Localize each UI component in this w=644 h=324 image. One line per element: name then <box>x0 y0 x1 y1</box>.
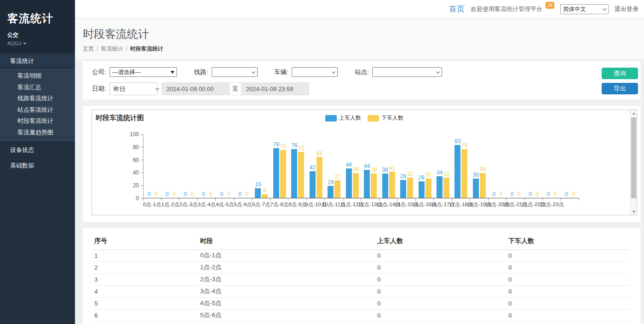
bar <box>454 145 460 198</box>
bar-value-label: 0 <box>511 191 514 197</box>
bar-value-label: 0 <box>220 191 224 197</box>
bar-value-label: 46 <box>346 162 352 168</box>
language-select[interactable]: 简体中文 <box>560 4 609 14</box>
logout-link[interactable]: 退出登录 <box>615 5 638 13</box>
bar-group: 00 <box>180 134 198 198</box>
date-end-input[interactable] <box>241 82 309 95</box>
plot-area: 0000000000001567875767242641927463944383… <box>143 134 579 198</box>
bar <box>255 188 261 198</box>
table-header-row: 序号时段上车人数下车人数 <box>94 233 629 249</box>
home-link[interactable]: 首页 <box>449 4 465 14</box>
scroll-down-icon[interactable] <box>631 208 637 215</box>
vehicle-select[interactable] <box>292 67 338 77</box>
sidebar-subitem-5[interactable]: 时段客流统计 <box>0 116 75 127</box>
y-tick-label: 20 <box>133 182 143 189</box>
y-tick-label: 80 <box>133 144 143 150</box>
sidebar: 客流统计 公交 AQGJ 客流统计 客流明细客流汇总线路客流统计站点客流统计时段… <box>0 0 75 324</box>
bar <box>273 148 279 198</box>
vehicle-label: 车辆: <box>275 68 289 76</box>
sidebar-subitem-2[interactable]: 客流汇总 <box>0 82 75 93</box>
filter-panel: 公司: ---请选择--- 线路: 车辆: <box>83 61 641 99</box>
bar-group: 7672 <box>289 134 307 198</box>
table-row: 10点-1点00 <box>94 249 629 261</box>
date-preset-select[interactable]: 昨日 <box>109 82 158 95</box>
sidebar-item-passenger-stats[interactable]: 客流统计 <box>0 53 75 68</box>
bar-value-label: 28 <box>400 174 406 179</box>
bar-value-label: 0 <box>227 191 230 197</box>
line-label: 线路: <box>194 68 208 76</box>
sidebar-item-device-status[interactable]: 设备状态 <box>0 142 75 158</box>
org-switcher[interactable]: AQGJ <box>7 40 69 46</box>
bar-value-label: 0 <box>184 191 187 197</box>
bar-value-label: 0 <box>518 191 521 197</box>
legend-swatch-board <box>325 115 337 122</box>
company-label: 公司: <box>92 68 106 76</box>
bar-group: 00 <box>543 134 561 198</box>
bar <box>400 180 406 198</box>
bar <box>310 171 316 198</box>
bar <box>371 174 377 198</box>
x-tick-label: 7点-8点 <box>270 201 289 208</box>
table-header-cell: 时段 <box>200 233 377 249</box>
bar-value-label: 32 <box>443 171 449 177</box>
breadcrumb: 主页/客流统计/时段客流统计 <box>83 45 644 53</box>
chart-legend: 上车人数 下车人数 <box>325 114 403 122</box>
page-head: 时段客流统计 主页/客流统计/时段客流统计 <box>75 18 644 60</box>
bar-group: 00 <box>506 134 524 198</box>
legend-item-board[interactable]: 上车人数 <box>325 114 361 122</box>
legend-swatch-alight <box>368 115 379 122</box>
x-tick-label: 0点-1点 <box>143 201 161 208</box>
bar-value-label: 19 <box>328 179 334 185</box>
bar-value-label: 0 <box>166 191 169 197</box>
x-tick-label: 6点-7点 <box>252 201 270 208</box>
table-row: 76点-7点156 <box>94 321 629 324</box>
bar-value-label: 39 <box>480 167 486 172</box>
sidebar-subitem-4[interactable]: 站点客流统计 <box>0 104 75 116</box>
bar-value-label: 0 <box>492 191 495 197</box>
bar <box>262 194 268 198</box>
bar-value-label: 30 <box>473 172 479 178</box>
bar <box>437 176 443 198</box>
bar-value-label: 0 <box>172 191 176 197</box>
line-select[interactable] <box>212 67 258 77</box>
date-start-input[interactable] <box>161 82 230 95</box>
station-select[interactable] <box>372 67 442 77</box>
bar-group: 2832 <box>397 134 415 198</box>
bar-value-label: 0 <box>547 191 550 197</box>
scrollbar-thumb[interactable] <box>631 117 636 198</box>
chart-card: 时段车流统计图 上车人数 下车人数 020406080100 000000000… <box>83 106 641 222</box>
query-button[interactable]: 查询 <box>602 68 638 79</box>
bar <box>334 180 340 198</box>
logo-block: 客流统计 公交 AQGJ <box>0 0 75 52</box>
breadcrumb-home[interactable]: 主页 <box>83 46 94 52</box>
bar <box>426 179 431 198</box>
page-title: 时段客流统计 <box>83 27 644 41</box>
bar-value-label: 38 <box>382 167 388 173</box>
breadcrumb-parent[interactable]: 客流统计 <box>101 46 123 52</box>
bar-value-label: 42 <box>310 165 316 170</box>
bar-group: 00 <box>525 134 543 198</box>
company-select[interactable]: ---请选择--- <box>109 67 177 77</box>
sidebar-subitem-6[interactable]: 客流量趋势图 <box>0 127 75 139</box>
bar <box>382 174 388 198</box>
bar-value-label: 83 <box>454 139 460 144</box>
bar-value-label: 0 <box>499 191 502 197</box>
bar <box>480 173 486 198</box>
x-tick-label: 3点-4点 <box>198 201 216 208</box>
bar-value-label: 30 <box>425 172 431 178</box>
bar-value-label: 76 <box>291 143 297 148</box>
bar-value-label: 6 <box>264 188 267 193</box>
chart-scrollbar[interactable] <box>630 110 637 215</box>
data-table: 序号时段上车人数下车人数 10点-1点0021点-2点0032点-3点0043点… <box>94 233 629 324</box>
sidebar-subitem-3[interactable]: 线路客流统计 <box>0 93 75 104</box>
x-axis-ticks <box>143 198 637 201</box>
bar-group: 00 <box>216 134 234 198</box>
legend-item-alight[interactable]: 下车人数 <box>368 114 403 122</box>
sidebar-item-base-data[interactable]: 基础数据 <box>0 158 75 174</box>
bar-value-label: 0 <box>202 191 205 197</box>
bar-value-label: 41 <box>389 165 395 171</box>
bar-value-label: 72 <box>298 145 304 151</box>
export-button[interactable]: 导出 <box>602 83 638 94</box>
scroll-up-icon[interactable] <box>631 110 637 116</box>
sidebar-subitem-1[interactable]: 客流明细 <box>0 70 75 82</box>
